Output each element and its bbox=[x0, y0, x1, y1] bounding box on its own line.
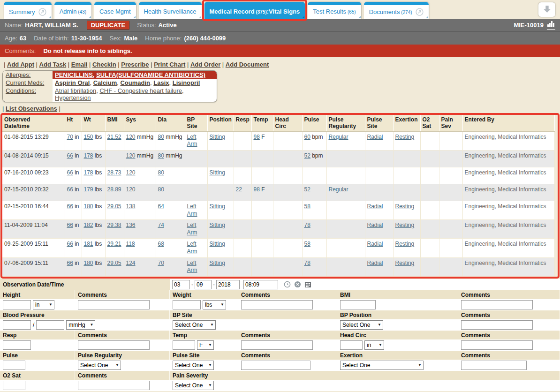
head-circ-input[interactable] bbox=[340, 340, 363, 350]
allergy-link-sulfa-sulfonamide-antibiotics[interactable]: SULFA(SULFONAMIDE ANTIBIOTICS) bbox=[96, 71, 205, 78]
observation-value-link[interactable]: Radial bbox=[367, 241, 383, 247]
observation-value-link[interactable]: 80 bbox=[158, 169, 164, 176]
action-link-add-appt[interactable]: Add Appt bbox=[7, 61, 34, 68]
o2-sat-comments-input[interactable] bbox=[78, 381, 150, 390]
observation-value-link[interactable]: 80 bbox=[158, 152, 164, 159]
resp-input[interactable] bbox=[3, 340, 31, 350]
pain-severity-select[interactable]: Select One▼ bbox=[173, 381, 214, 390]
observation-value-link[interactable]: Left Arm bbox=[187, 134, 197, 148]
observation-value-link[interactable]: 52 bbox=[304, 152, 310, 159]
tab-admin[interactable]: Admin (43) bbox=[54, 2, 91, 19]
med-link-lisinopril[interactable]: Lisinopril bbox=[173, 79, 200, 86]
observation-value-link[interactable]: 52 bbox=[304, 186, 310, 193]
exertion-select[interactable]: Select One▼ bbox=[340, 361, 424, 370]
observation-value-link[interactable]: 66 bbox=[67, 169, 73, 176]
tab-case-mgmt[interactable]: Case Mgmt bbox=[94, 2, 136, 19]
expand-down-button[interactable] bbox=[538, 2, 555, 17]
observation-value-link[interactable]: 29.21 bbox=[107, 241, 121, 247]
action-link-checkin[interactable]: Checkin bbox=[92, 61, 116, 68]
observation-value-link[interactable]: 178 bbox=[84, 152, 93, 159]
observation-value-link[interactable]: Sitting bbox=[210, 134, 225, 140]
pulse-comments-input[interactable] bbox=[241, 361, 310, 370]
head-circ-comments-input[interactable] bbox=[461, 340, 533, 350]
med-link-coumadin[interactable]: Coumadin bbox=[120, 79, 150, 86]
action-link-add-document[interactable]: Add Document bbox=[226, 61, 269, 68]
observation-value-link[interactable]: Resting bbox=[395, 222, 415, 228]
observation-value-link[interactable]: 98 bbox=[254, 186, 260, 193]
calendar-icon[interactable] bbox=[303, 281, 312, 288]
tab-test-results[interactable]: Test Results (65) bbox=[308, 2, 361, 19]
bmi-input[interactable] bbox=[340, 300, 376, 309]
pulse-regularity-select[interactable]: Select One▼ bbox=[78, 361, 121, 370]
bp-comments-input[interactable] bbox=[461, 320, 533, 330]
observation-value-link[interactable]: Radial bbox=[367, 134, 383, 140]
current-meds-label-link[interactable]: Current Meds: bbox=[6, 79, 44, 86]
obs-date-year-input[interactable] bbox=[216, 280, 240, 289]
observation-value-link[interactable]: 78 bbox=[304, 260, 310, 266]
obs-time-input[interactable] bbox=[243, 280, 278, 289]
observation-value-link[interactable]: Resting bbox=[395, 260, 415, 266]
observation-value-link[interactable]: Left Arm bbox=[187, 260, 197, 274]
external-link-icon[interactable] bbox=[416, 8, 424, 17]
observation-value-link[interactable]: Resting bbox=[395, 241, 415, 247]
observation-value-link[interactable]: Sitting bbox=[210, 222, 225, 228]
observation-value-link[interactable]: 78 bbox=[304, 222, 310, 228]
observation-value-link[interactable]: Radial bbox=[367, 260, 383, 266]
bp-systolic-input[interactable] bbox=[3, 320, 31, 330]
bmi-comments-input[interactable] bbox=[461, 300, 533, 309]
observation-value-link[interactable]: 180 bbox=[84, 203, 93, 210]
conditions-label-link[interactable]: Conditions: bbox=[6, 87, 36, 94]
observation-value-link[interactable]: Resting bbox=[395, 203, 415, 210]
observation-value-link[interactable]: 70 bbox=[158, 260, 164, 266]
temp-input[interactable] bbox=[173, 340, 195, 350]
bp-unit-select[interactable]: mmHg▼ bbox=[66, 320, 95, 330]
observation-value-link[interactable]: Radial bbox=[367, 222, 383, 228]
bp-diastolic-input[interactable] bbox=[36, 320, 64, 330]
condition-link-hypertension[interactable]: Hypertension bbox=[55, 94, 91, 101]
med-link-lasix[interactable]: Lasix bbox=[153, 79, 169, 86]
exertion-comments-input[interactable] bbox=[461, 361, 527, 370]
observation-value-link[interactable]: Regular bbox=[329, 134, 348, 140]
observation-value-link[interactable]: Sitting bbox=[210, 203, 225, 210]
height-unit-select[interactable]: in▼ bbox=[33, 300, 54, 309]
action-link-add-task[interactable]: Add Task bbox=[39, 61, 67, 68]
observation-value-link[interactable]: 58 bbox=[304, 241, 310, 247]
tab-medical-record[interactable]: Medical Record (375):Vital Signs bbox=[204, 2, 305, 19]
tab-summary[interactable]: Summary bbox=[4, 2, 52, 19]
obs-date-month-input[interactable] bbox=[172, 280, 190, 289]
height-comments-input[interactable] bbox=[78, 300, 150, 309]
weight-unit-select[interactable]: lbs▼ bbox=[203, 300, 226, 309]
height-input[interactable] bbox=[3, 300, 31, 309]
observation-value-link[interactable]: 64 bbox=[158, 203, 164, 210]
observation-value-link[interactable]: Resting bbox=[395, 134, 415, 140]
observation-value-link[interactable]: 28.89 bbox=[107, 186, 121, 193]
o2-sat-input[interactable] bbox=[3, 381, 25, 390]
action-link-add-order[interactable]: Add Order bbox=[190, 61, 220, 68]
tab-documents[interactable]: Documents (274) bbox=[364, 2, 429, 19]
allergy-link-penicillins[interactable]: PENICILLINS bbox=[55, 71, 93, 78]
allergies-label-link[interactable]: Allergies: bbox=[6, 71, 30, 78]
observation-value-link[interactable]: 29.05 bbox=[107, 260, 121, 266]
bp-position-select[interactable]: Select One▼ bbox=[340, 320, 383, 330]
list-observations-link[interactable]: List Observations bbox=[6, 105, 57, 112]
observation-value-link[interactable]: Sitting bbox=[210, 241, 225, 247]
observation-value-link[interactable]: 180 bbox=[84, 260, 93, 266]
obs-date-day-input[interactable] bbox=[195, 280, 212, 289]
observation-value-link[interactable]: 181 bbox=[84, 241, 93, 247]
observation-value-link[interactable]: 21.52 bbox=[107, 134, 121, 140]
chart-icon[interactable] bbox=[547, 21, 555, 30]
observation-value-link[interactable]: Left Arm bbox=[187, 203, 197, 217]
med-link-aspirin-oral[interactable]: Aspirin Oral bbox=[55, 79, 90, 86]
weight-comments-input[interactable] bbox=[241, 300, 313, 309]
external-link-icon[interactable] bbox=[38, 8, 46, 17]
pulse-site-select[interactable]: Select One▼ bbox=[173, 361, 214, 370]
resp-comments-input[interactable] bbox=[78, 340, 150, 350]
observation-value-link[interactable]: 124 bbox=[126, 260, 136, 266]
observation-value-link[interactable]: Radial bbox=[367, 203, 383, 210]
observation-value-link[interactable]: 66 bbox=[67, 203, 73, 210]
head-circ-unit-select[interactable]: in▼ bbox=[364, 340, 384, 350]
observation-value-link[interactable]: 98 bbox=[254, 134, 260, 140]
observation-value-link[interactable]: 66 bbox=[67, 222, 73, 228]
action-link-prescribe[interactable]: Prescribe bbox=[121, 61, 149, 68]
observation-value-link[interactable]: 136 bbox=[126, 222, 136, 228]
